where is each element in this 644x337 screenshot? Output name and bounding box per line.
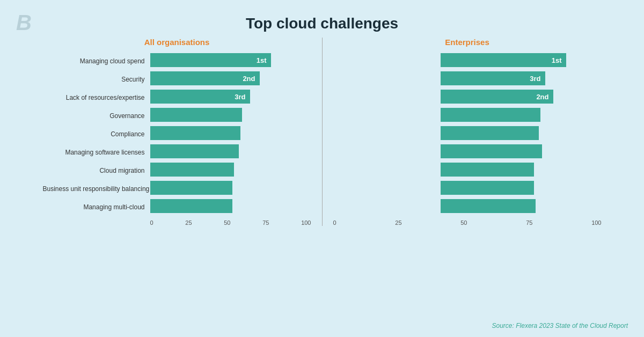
bar-row: Business unit responsibility balancing [333, 181, 602, 197]
bar-label: Managing multi-cloud [43, 203, 150, 211]
bar-row: Managing software licenses [43, 144, 311, 160]
bar [150, 181, 232, 195]
x-axis-label: 0 [150, 219, 153, 226]
bar: 2nd [150, 71, 260, 85]
logo: B [16, 11, 32, 35]
bar-rank-label: 2nd [243, 75, 255, 83]
bar-wrapper [150, 163, 311, 179]
bar-row: Lack of resources/expertise2nd [333, 90, 602, 106]
bar-wrapper [441, 181, 602, 197]
all-orgs-title: All organisations [43, 38, 311, 47]
bar [150, 108, 242, 122]
bar-row: Security2nd [43, 71, 311, 87]
bar-row: Security3rd [333, 71, 602, 87]
bar [150, 199, 232, 213]
bar-label: Managing cloud spend [43, 57, 150, 65]
bar-wrapper: 3rd [150, 90, 311, 106]
bar-wrapper [150, 181, 311, 197]
x-axis-label: 50 [224, 219, 230, 226]
x-axis-label: 25 [395, 219, 401, 226]
bar [441, 163, 534, 177]
bar-rank-label: 3rd [530, 75, 540, 83]
bar [441, 181, 534, 195]
bar [150, 163, 234, 177]
bar-wrapper: 2nd [441, 90, 602, 106]
bar-wrapper [150, 108, 311, 124]
bar-row: Managing cloud spend1st [333, 53, 602, 69]
bar [150, 126, 240, 140]
x-axis-label: 25 [185, 219, 192, 226]
bar-wrapper: 1st [441, 53, 602, 69]
bar-row: Managing software licenses [333, 144, 602, 160]
all-orgs-chart: All organisations Managing cloud spend1s… [43, 38, 311, 226]
enterprises-chart: Enterprises Managing cloud spend1stSecur… [333, 38, 602, 226]
bar-row: Cloud migration [333, 163, 602, 179]
bar-label: Lack of resources/expertise [43, 94, 150, 101]
x-axis-label: 50 [460, 219, 467, 226]
bar: 3rd [441, 71, 545, 85]
bar-wrapper [441, 163, 602, 179]
bar-wrapper [150, 126, 311, 142]
bar-row: Cloud migration [43, 163, 311, 179]
x-axis-label: 100 [591, 219, 601, 226]
bar [150, 144, 239, 158]
bar-row: Compliance [333, 126, 602, 142]
bar [441, 108, 540, 122]
x-axis-label: 0 [333, 219, 336, 226]
bar-label: Security [43, 76, 150, 83]
bar-wrapper: 1st [150, 53, 311, 69]
bar-wrapper [441, 144, 602, 160]
bar [441, 144, 542, 158]
bar-rank-label: 1st [552, 56, 562, 64]
bar: 1st [150, 53, 271, 67]
bar-wrapper: 2nd [150, 71, 311, 87]
bar-row: Governance [43, 108, 311, 124]
bar: 3rd [150, 90, 250, 104]
bar: 1st [441, 53, 566, 67]
bar-rank-label: 2nd [536, 93, 548, 101]
bar-wrapper [441, 199, 602, 215]
bar-rank-label: 3rd [235, 93, 245, 101]
bar-row: Governance [333, 108, 602, 124]
bar-row: Lack of resources/expertise3rd [43, 90, 311, 106]
bar-row: Business unit responsibility balancing [43, 181, 311, 197]
enterprises-title: Enterprises [333, 38, 602, 47]
bar-label: Compliance [43, 130, 150, 138]
bar-wrapper [150, 199, 311, 215]
all-orgs-x-axis: 0255075100 [150, 219, 311, 226]
bar-label: Managing software licenses [43, 149, 150, 156]
x-axis-label: 100 [301, 219, 311, 226]
bar-label: Business unit responsibility balancing [43, 185, 150, 193]
ent-x-axis: 0255075100 [333, 219, 602, 226]
bar-wrapper: 3rd [441, 71, 602, 87]
bar-row: Managing multi-cloud [43, 199, 311, 215]
bar: 2nd [441, 90, 553, 104]
bar [441, 126, 539, 140]
bar [441, 199, 536, 213]
x-axis-label: 75 [526, 219, 532, 226]
bar-wrapper [150, 144, 311, 160]
source-citation: Source: Flexera 2023 State of the Cloud … [492, 322, 628, 329]
bar-wrapper [441, 126, 602, 142]
chart-divider [322, 38, 323, 226]
bar-label: Cloud migration [43, 167, 150, 174]
x-axis-label: 75 [262, 219, 269, 226]
bar-row: Managing multi-cloud [333, 199, 602, 215]
page-title: Top cloud challenges [0, 0, 644, 32]
bar-row: Compliance [43, 126, 311, 142]
bar-wrapper [441, 108, 602, 124]
bar-rank-label: 1st [257, 56, 267, 64]
bar-row: Managing cloud spend1st [43, 53, 311, 69]
bar-label: Governance [43, 112, 150, 120]
